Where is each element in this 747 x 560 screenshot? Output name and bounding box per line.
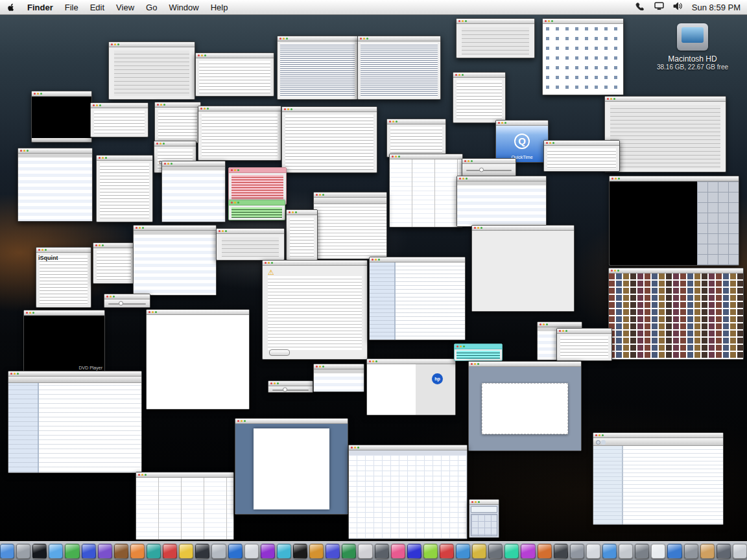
phone-status-icon[interactable] <box>635 2 645 12</box>
window-columns-1[interactable] <box>389 154 463 228</box>
window-15[interactable] <box>313 364 364 392</box>
window-prefs-pane[interactable] <box>604 96 726 172</box>
window-dvd-player[interactable]: DVD Player <box>23 310 105 373</box>
window-list-4[interactable] <box>133 225 217 296</box>
window-9[interactable] <box>286 209 318 261</box>
dock-icon-23[interactable] <box>358 544 372 559</box>
window-palette[interactable] <box>456 18 535 58</box>
window-presentation[interactable] <box>468 361 582 451</box>
window-quicktime[interactable]: QuickTime <box>495 120 549 163</box>
window-8[interactable] <box>96 155 153 222</box>
window-browser-1[interactable] <box>313 192 387 259</box>
dock-icon-24[interactable] <box>375 544 389 559</box>
window-blank-1[interactable] <box>146 309 250 410</box>
window-isquint[interactable]: iSquint <box>36 247 91 308</box>
menu-window[interactable]: Window <box>169 3 198 12</box>
window-3[interactable] <box>453 72 506 123</box>
dock-icon-22[interactable] <box>342 544 356 559</box>
window-slider-1[interactable] <box>462 158 516 176</box>
dock-icon-30[interactable] <box>472 544 486 559</box>
menu-edit[interactable]: Edit <box>90 3 104 12</box>
dock-icon-09[interactable] <box>130 544 145 559</box>
window-2[interactable] <box>195 52 274 97</box>
window-10[interactable] <box>93 242 135 284</box>
dock-icon-20[interactable] <box>309 544 324 559</box>
dock-icon-18[interactable] <box>277 544 291 559</box>
window-columns-2[interactable] <box>136 472 234 540</box>
window-list-2[interactable] <box>161 161 226 222</box>
dock-icon-26[interactable] <box>407 544 421 559</box>
window-mini-controls-2[interactable] <box>268 380 313 393</box>
menu-file[interactable]: File <box>65 3 78 12</box>
window-text-1[interactable] <box>277 36 358 100</box>
dock-icon-33[interactable] <box>521 544 535 559</box>
window-mini-controls[interactable] <box>104 294 150 308</box>
displays-icon[interactable] <box>654 2 664 12</box>
window-14[interactable] <box>556 328 612 361</box>
dock-icon-08[interactable] <box>114 544 128 559</box>
dock-finder-icon[interactable] <box>0 544 14 559</box>
dock-icon-06[interactable] <box>82 544 96 559</box>
dock-icon-19[interactable] <box>293 544 307 559</box>
dock-icon-02[interactable] <box>16 544 30 559</box>
window-alert-dialog[interactable] <box>262 260 368 360</box>
dock-icon-40[interactable] <box>635 544 649 559</box>
window-control-panel-1[interactable] <box>108 41 195 100</box>
dock-icon-21[interactable] <box>326 544 340 559</box>
dock-icon-38[interactable] <box>602 544 617 559</box>
window-finder-icons[interactable] <box>542 18 624 95</box>
window-itunes[interactable] <box>593 432 724 525</box>
window-font-preview[interactable] <box>281 106 377 173</box>
dock-icon-29[interactable] <box>456 544 470 559</box>
dock-icon-11[interactable] <box>163 544 177 559</box>
dock-icon-14[interactable] <box>211 544 226 559</box>
dock-icon-05[interactable] <box>65 544 79 559</box>
window-11[interactable] <box>216 228 285 261</box>
dock-icon-16[interactable] <box>244 544 259 559</box>
dock-icon-45[interactable] <box>717 544 731 559</box>
dock-icon-03[interactable] <box>32 544 47 559</box>
menu-app-name[interactable]: Finder <box>27 3 53 12</box>
window-mail[interactable] <box>369 257 466 340</box>
sticky-note-cyan[interactable] <box>454 344 503 361</box>
window-document[interactable] <box>235 418 348 515</box>
dock-icon-17[interactable] <box>261 544 275 559</box>
dock-icon-43[interactable] <box>684 544 698 559</box>
dock-icon-39[interactable] <box>619 544 633 559</box>
dock-icon-37[interactable] <box>586 544 600 559</box>
apple-menu-icon[interactable] <box>6 3 16 12</box>
dock-icon-28[interactable] <box>440 544 454 559</box>
dock-icon-12[interactable] <box>179 544 193 559</box>
window-video-grid[interactable] <box>609 176 739 266</box>
dock-icon-27[interactable] <box>423 544 438 559</box>
window-7[interactable] <box>543 140 620 172</box>
sticky-note-green[interactable] <box>228 200 285 220</box>
window-video-1[interactable] <box>31 91 92 143</box>
window-6[interactable] <box>386 119 446 158</box>
window-spreadsheet[interactable] <box>348 445 468 539</box>
dock-icon-13[interactable] <box>195 544 209 559</box>
window-finder-list[interactable] <box>8 371 142 473</box>
dock-icon-07[interactable] <box>98 544 112 559</box>
dock-icon-10[interactable] <box>147 544 161 559</box>
window-calculator[interactable] <box>469 499 499 538</box>
window-ical-alarm[interactable] <box>90 102 148 137</box>
window-4[interactable] <box>154 102 201 143</box>
menu-help[interactable]: Help <box>211 3 228 12</box>
window-hp-print[interactable] <box>366 358 456 415</box>
dock-trash-icon[interactable] <box>733 544 747 559</box>
dock-icon-25[interactable] <box>391 544 405 559</box>
dock-icon-35[interactable] <box>554 544 568 559</box>
dock-icon-32[interactable] <box>504 544 519 559</box>
dock-icon-04[interactable] <box>49 544 63 559</box>
window-iphoto[interactable] <box>608 268 744 360</box>
dock-icon-31[interactable] <box>488 544 503 559</box>
dock-icon-41[interactable] <box>651 544 665 559</box>
menu-go[interactable]: Go <box>146 3 157 12</box>
window-list-3[interactable] <box>456 176 547 227</box>
dock-icon-44[interactable] <box>700 544 715 559</box>
dock-icon-36[interactable] <box>570 544 584 559</box>
volume-icon[interactable] <box>673 2 683 12</box>
window-text-2[interactable] <box>357 36 441 100</box>
dock-icon-42[interactable] <box>667 544 682 559</box>
